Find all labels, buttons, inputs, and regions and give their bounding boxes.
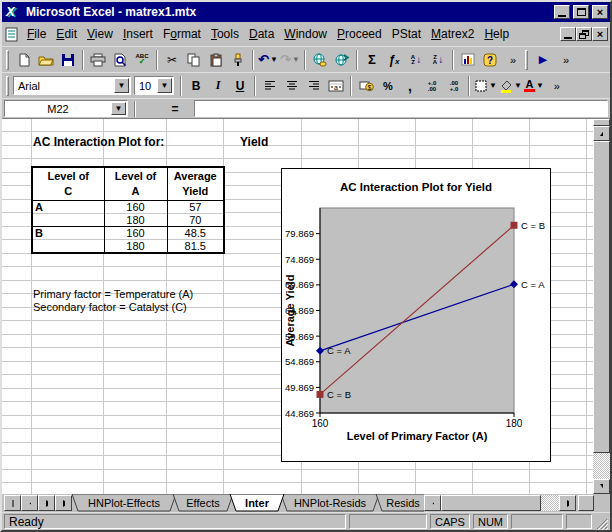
currency-button[interactable]: $ — [355, 75, 377, 97]
sheet-tabs[interactable]: HNPlot-EffectsEffectsHNPlot-ResidsResids… — [72, 494, 424, 512]
sheet-tab-resids[interactable]: Resids — [376, 494, 424, 511]
align-center-button[interactable] — [281, 75, 303, 97]
decrease-decimal-button[interactable]: .00+.0 — [443, 75, 465, 97]
table-cell[interactable]: A — [32, 200, 104, 213]
next-sheet-button[interactable] — [38, 495, 55, 511]
chevron-down-icon[interactable]: ▼ — [489, 81, 497, 90]
borders-button[interactable]: ▼ — [473, 75, 498, 97]
open-folder-button[interactable] — [35, 49, 57, 71]
print-button[interactable] — [87, 49, 109, 71]
sheet-tab-inter[interactable]: Inter — [230, 494, 284, 511]
menu-item-edit[interactable]: Edit — [51, 25, 82, 43]
split-handle[interactable] — [593, 119, 610, 126]
paste-button[interactable] — [205, 49, 227, 71]
italic-button[interactable]: I — [207, 75, 229, 97]
chevron-down-icon[interactable]: ▼ — [536, 81, 544, 90]
embedded-chart[interactable]: AC Interaction Plot for Yield44.86949.86… — [281, 168, 551, 462]
sheet-tab-hnplot-effects[interactable]: HNPlot-Effects — [72, 494, 176, 511]
underline-button[interactable]: U — [229, 75, 251, 97]
toolbar-drag-handle[interactable] — [6, 76, 9, 96]
menu-item-data[interactable]: Data — [244, 25, 279, 43]
close-button[interactable]: × — [592, 5, 608, 19]
insert-hyperlink-button[interactable] — [309, 49, 331, 71]
document-restore-button[interactable] — [576, 27, 592, 41]
menu-item-pstat[interactable]: PStat — [387, 25, 426, 43]
menu-item-file[interactable]: File — [22, 25, 51, 43]
table-cell[interactable]: 160 — [104, 226, 167, 239]
menu-item-matrex2[interactable]: Matrex2 — [426, 25, 479, 43]
table-cell[interactable]: 160 — [104, 200, 167, 213]
align-left-button[interactable] — [259, 75, 281, 97]
menu-item-tools[interactable]: Tools — [206, 25, 244, 43]
print-preview-button[interactable] — [109, 49, 131, 71]
table-header-cell[interactable]: Level ofC — [32, 167, 104, 200]
menu-item-view[interactable]: View — [82, 25, 118, 43]
chart-wizard-button[interactable] — [457, 49, 479, 71]
menu-item-window[interactable]: Window — [279, 25, 332, 43]
new-document-button[interactable] — [13, 49, 35, 71]
minimize-button[interactable] — [554, 5, 570, 19]
equals-button[interactable]: = — [164, 102, 186, 116]
menu-item-format[interactable]: Format — [158, 25, 206, 43]
horizontal-scrollbar-track[interactable] — [541, 495, 559, 511]
table-cell[interactable] — [32, 213, 104, 226]
table-cell[interactable] — [32, 239, 104, 253]
scroll-up-button[interactable] — [593, 126, 610, 141]
table-cell[interactable]: 70 — [167, 213, 224, 226]
autosum-button[interactable]: Σ — [361, 49, 383, 71]
chevron-down-icon[interactable]: ▼ — [514, 81, 522, 90]
first-sheet-button[interactable] — [4, 495, 21, 511]
previous-sheet-button[interactable] — [21, 495, 38, 511]
font-size-select[interactable]: 10 ▼ — [134, 76, 174, 95]
more-buttons-button[interactable]: » — [501, 49, 523, 71]
office-assistant-button[interactable]: ? — [479, 49, 501, 71]
table-cell[interactable]: 57 — [167, 200, 224, 213]
paste-function-button[interactable]: ƒx — [383, 49, 405, 71]
horizontal-scrollbar-thumb[interactable] — [441, 495, 541, 511]
sheet-tab-hnplot-resids[interactable]: HNPlot-Resids — [281, 494, 379, 511]
tab-scroll-left-button[interactable] — [424, 495, 441, 511]
run-button[interactable]: ▶ — [532, 49, 554, 71]
bold-button[interactable]: B — [185, 75, 207, 97]
last-sheet-button[interactable] — [55, 495, 72, 511]
table-header-cell[interactable]: AverageYield — [167, 167, 224, 200]
maximize-button[interactable] — [573, 5, 589, 19]
toolbar-drag-handle[interactable] — [525, 50, 528, 70]
chevron-down-icon[interactable]: ▼ — [270, 55, 278, 64]
redo-button[interactable]: ↷▼ — [279, 49, 301, 71]
table-cell[interactable]: B — [32, 226, 104, 239]
scroll-down-button[interactable] — [593, 479, 610, 494]
comma-button[interactable]: , — [399, 75, 421, 97]
merge-center-button[interactable]: a — [325, 75, 347, 97]
menu-item-help[interactable]: Help — [479, 25, 514, 43]
document-minimize-button[interactable] — [560, 27, 576, 41]
font-name-select[interactable]: Arial ▼ — [13, 76, 131, 95]
menu-item-insert[interactable]: Insert — [118, 25, 158, 43]
sort-descending-button[interactable]: ZA↓ — [427, 49, 449, 71]
increase-decimal-button[interactable]: +.0.00 — [421, 75, 443, 97]
more-buttons-fmt-button[interactable]: » — [545, 75, 567, 97]
align-right-button[interactable] — [303, 75, 325, 97]
scrollbar-thumb[interactable] — [593, 141, 610, 453]
table-cell[interactable]: 180 — [104, 239, 167, 253]
sort-ascending-button[interactable]: AZ↓ — [405, 49, 427, 71]
font-color-button[interactable]: A▼ — [523, 75, 545, 97]
formula-input[interactable] — [194, 100, 608, 117]
note-secondary-factor[interactable]: Secondary factor = Catalyst (C) — [33, 301, 187, 313]
scrollbar-track[interactable] — [593, 453, 610, 479]
sheet-caption-label[interactable]: AC Interaction Plot for: — [33, 135, 164, 149]
sheet-caption-value[interactable]: Yield — [240, 135, 268, 149]
cut-button[interactable]: ✂ — [161, 49, 183, 71]
chevron-down-icon[interactable]: ▼ — [292, 55, 300, 64]
sheet-tab-effects[interactable]: Effects — [173, 494, 233, 511]
menu-item-proceed[interactable]: Proceed — [332, 25, 387, 43]
more-buttons-2-button[interactable]: » — [554, 49, 576, 71]
resize-grip[interactable] — [595, 516, 608, 529]
chevron-down-icon[interactable]: ▼ — [157, 78, 172, 93]
chevron-down-icon[interactable]: ▼ — [111, 102, 126, 115]
document-close-button[interactable]: × — [592, 27, 608, 41]
percent-button[interactable]: % — [377, 75, 399, 97]
spelling-button[interactable]: ABC✓ — [131, 49, 153, 71]
web-toolbar-button[interactable] — [331, 49, 353, 71]
undo-button[interactable]: ↶▼ — [257, 49, 279, 71]
